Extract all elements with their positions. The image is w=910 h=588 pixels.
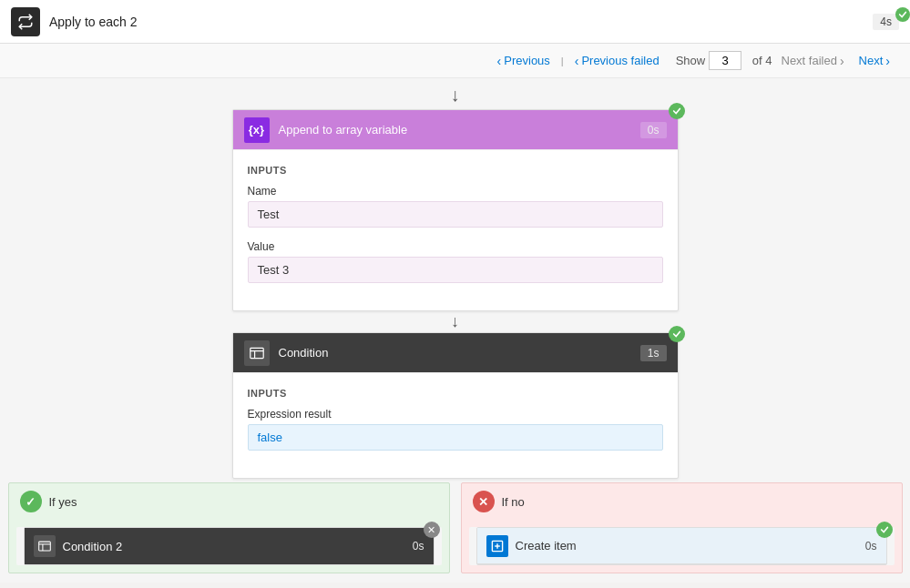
show-input[interactable] bbox=[709, 51, 741, 70]
append-card-success bbox=[669, 103, 685, 119]
condition-card-header: Condition 1s bbox=[233, 333, 678, 373]
top-bar: Apply to each 2 4s bbox=[0, 0, 910, 44]
value-label: Value bbox=[248, 240, 663, 253]
split-row: ✓ If yes Cond bbox=[8, 482, 903, 573]
chevron-left-prev-icon: ‹ bbox=[575, 54, 579, 68]
svg-rect-0 bbox=[250, 348, 262, 358]
next-failed-button: Next failed › bbox=[776, 52, 850, 70]
if-yes-panel: ✓ If yes Cond bbox=[8, 482, 450, 573]
condition2-header: Condition 2 0s ✕ bbox=[25, 528, 434, 564]
append-card-title: Append to array variable bbox=[279, 123, 640, 137]
condition2-card: Condition 2 0s ✕ bbox=[24, 527, 435, 565]
next-failed-label: Next failed bbox=[782, 54, 837, 67]
main-content: ↓ {x} Append to array variable 0s INPUTS… bbox=[0, 78, 910, 583]
condition2-cancel-icon: ✕ bbox=[424, 522, 440, 538]
previous-failed-button[interactable]: ‹ Previous failed bbox=[569, 52, 665, 70]
top-arrow-connector: ↓ bbox=[451, 87, 460, 106]
expr-label: Expression result bbox=[248, 408, 663, 421]
condition-card-body: INPUTS Expression result false bbox=[233, 373, 678, 478]
previous-failed-label: Previous failed bbox=[581, 54, 659, 67]
svg-rect-3 bbox=[38, 542, 50, 551]
nav-row: ‹ Previous | ‹ Previous failed Show of 4… bbox=[0, 44, 910, 78]
append-card-duration: 0s bbox=[640, 122, 667, 138]
chevron-left-icon: ‹ bbox=[497, 54, 502, 68]
expr-value: false bbox=[248, 424, 663, 451]
mid-arrow-connector: ↓ bbox=[451, 311, 459, 332]
if-yes-content: Condition 2 0s ✕ bbox=[16, 527, 442, 565]
condition-inputs-label: INPUTS bbox=[248, 388, 663, 399]
of-4-label: of 4 bbox=[752, 54, 772, 67]
value-field-group: Value Test 3 bbox=[248, 240, 663, 283]
success-indicator bbox=[895, 7, 910, 22]
append-icon: {x} bbox=[244, 117, 270, 143]
create-item-header: Create item 0s bbox=[477, 528, 886, 564]
condition-icon bbox=[244, 340, 270, 366]
condition-card-success bbox=[669, 326, 685, 342]
create-item-duration: 0s bbox=[865, 540, 877, 553]
if-yes-header: ✓ If yes bbox=[9, 483, 449, 520]
if-no-label: If no bbox=[502, 495, 525, 509]
create-item-icon bbox=[486, 535, 508, 557]
if-no-header: ✕ If no bbox=[462, 483, 902, 520]
next-label: Next bbox=[859, 54, 884, 67]
condition2-icon bbox=[34, 535, 56, 557]
name-value: Test bbox=[248, 201, 663, 228]
create-item-success bbox=[876, 522, 893, 538]
chevron-right-icon: › bbox=[885, 54, 890, 68]
value-value: Test 3 bbox=[248, 257, 663, 283]
append-card: {x} Append to array variable 0s INPUTS N… bbox=[232, 109, 679, 311]
create-item-title: Create item bbox=[516, 539, 865, 553]
create-item-card: Create item 0s bbox=[476, 527, 887, 565]
if-no-icon: ✕ bbox=[473, 491, 495, 512]
name-field-group: Name Test bbox=[248, 185, 663, 228]
if-yes-icon: ✓ bbox=[20, 491, 42, 512]
previous-label: Previous bbox=[504, 54, 550, 67]
separator-1: | bbox=[561, 56, 564, 66]
split-container: ✓ If yes Cond bbox=[5, 479, 906, 573]
page-title: Apply to each 2 bbox=[49, 15, 873, 29]
if-no-panel: ✕ If no Creat bbox=[461, 482, 903, 573]
if-no-content: Create item 0s bbox=[469, 527, 895, 565]
condition-card: Condition 1s INPUTS Expression result fa… bbox=[232, 332, 679, 479]
append-card-body: INPUTS Name Test Value Test 3 bbox=[233, 150, 678, 310]
condition2-title: Condition 2 bbox=[63, 540, 413, 553]
condition-card-title: Condition bbox=[279, 346, 640, 360]
loop-icon bbox=[11, 7, 40, 36]
condition2-duration: 0s bbox=[413, 540, 424, 553]
previous-button[interactable]: ‹ Previous bbox=[492, 52, 556, 70]
show-label: Show bbox=[676, 54, 706, 67]
if-yes-label: If yes bbox=[49, 495, 77, 509]
name-label: Name bbox=[248, 185, 663, 198]
expr-field-group: Expression result false bbox=[248, 408, 663, 451]
chevron-right-failed-icon: › bbox=[840, 54, 844, 68]
of-label bbox=[745, 54, 749, 67]
condition-card-duration: 1s bbox=[640, 345, 667, 361]
append-inputs-label: INPUTS bbox=[248, 165, 663, 176]
next-button[interactable]: Next › bbox=[854, 52, 895, 70]
append-card-header: {x} Append to array variable 0s bbox=[233, 110, 678, 150]
